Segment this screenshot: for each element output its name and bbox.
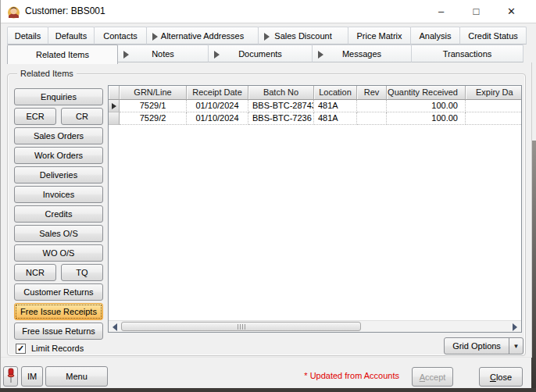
table-row[interactable]: 7529/2 01/10/2024 BBS-BTC-7236 481A 100.…	[109, 112, 521, 125]
enquiries-button[interactable]: Enquiries	[14, 88, 103, 105]
grid-options-button[interactable]: Grid Options	[444, 337, 509, 355]
play-arrow-icon	[152, 33, 158, 41]
groupbox-label: Related Items	[17, 69, 77, 78]
deliveries-button[interactable]: Deliveries	[14, 166, 103, 184]
chevron-down-icon: ▼	[513, 343, 520, 350]
minimize-icon: –	[438, 0, 444, 23]
column-header-grn-line[interactable]: GRN/Line	[120, 86, 187, 100]
desktop-background	[0, 388, 536, 392]
tab-row-secondary: Related Items Notes Documents Messages T…	[7, 45, 523, 62]
cell-quantity-received: 100.00	[387, 100, 466, 112]
close-icon: ✕	[507, 0, 516, 23]
close-button[interactable]: Close	[479, 367, 523, 387]
limit-records-row: ✓ Limit Records	[16, 343, 84, 354]
tab-row-primary: Details Defaults Contacts Alternative Ad…	[7, 27, 526, 45]
cell-location: 481A	[314, 100, 357, 112]
sales-orders-button[interactable]: Sales Orders	[14, 127, 103, 144]
accept-button[interactable]: Accept	[412, 367, 453, 387]
horizontal-scrollbar[interactable]	[109, 320, 521, 332]
tab-credit-status[interactable]: Credit Status	[459, 27, 527, 45]
ecr-button[interactable]: ECR	[14, 108, 56, 125]
cell-batch-no: BBS-BTC-7236	[248, 112, 314, 125]
column-header-rev[interactable]: Rev	[357, 86, 387, 100]
scrollbar-thumb[interactable]	[121, 322, 361, 331]
column-header-quantity-received[interactable]: Quantity Received	[387, 86, 466, 100]
menu-button[interactable]: Menu	[45, 366, 108, 387]
work-orders-button[interactable]: Work Orders	[14, 147, 103, 164]
tab-sales-discount[interactable]: Sales Discount	[258, 27, 348, 45]
customer-avatar-icon	[7, 5, 20, 19]
table-row[interactable]: 7529/1 01/10/2024 BBS-BTC-28743 481A 100…	[109, 100, 521, 112]
scroll-right-icon[interactable]	[510, 323, 520, 331]
tab-alternative-addresses[interactable]: Alternative Addresses	[146, 27, 259, 45]
row-selector-cell[interactable]	[109, 112, 120, 125]
scroll-left-icon[interactable]	[110, 323, 120, 331]
tab-messages[interactable]: Messages	[312, 45, 412, 62]
tab-contacts[interactable]: Contacts	[94, 27, 147, 45]
grid-options-dropdown-button[interactable]: ▼	[509, 337, 523, 355]
column-header-expiry-date[interactable]: Expiry Da	[466, 86, 521, 100]
cell-grn-line: 7529/2	[120, 112, 187, 125]
related-items-page: Related Items Enquiries ECR CR Sales Ord…	[1, 62, 532, 358]
minimize-button[interactable]: –	[423, 0, 459, 23]
status-message: * Updated from Accounts	[304, 371, 399, 380]
titlebar[interactable]: Customer: BBS001 – □ ✕	[1, 0, 536, 23]
close-window-button[interactable]: ✕	[494, 0, 529, 23]
tab-related-items[interactable]: Related Items	[7, 45, 118, 64]
ncr-button[interactable]: NCR	[14, 264, 56, 281]
window-title: Customer: BBS001	[25, 5, 105, 16]
play-arrow-icon	[264, 33, 270, 41]
cell-location: 481A	[314, 112, 357, 125]
credits-button[interactable]: Credits	[14, 205, 103, 223]
related-items-grid[interactable]: GRN/Line Receipt Date Batch No Location …	[108, 85, 522, 333]
tab-defaults[interactable]: Defaults	[48, 27, 95, 45]
maximize-button[interactable]: □	[459, 0, 494, 23]
tab-details[interactable]: Details	[7, 27, 48, 45]
pin-button[interactable]	[3, 366, 18, 387]
column-header-batch-no[interactable]: Batch No	[248, 86, 314, 100]
tab-documents[interactable]: Documents	[208, 45, 313, 62]
scrollbar-grip-icon	[238, 324, 246, 330]
play-arrow-icon	[123, 51, 129, 59]
free-issue-receipts-button[interactable]: Free Issue Receipts	[14, 303, 103, 320]
screen: Customer: BBS001 – □ ✕ Details Defaults …	[0, 0, 536, 392]
free-issue-returns-button[interactable]: Free Issue Returns	[14, 323, 103, 340]
tab-analysis[interactable]: Analysis	[410, 27, 460, 45]
cell-rev	[357, 112, 387, 125]
play-arrow-icon	[214, 51, 220, 59]
wo-os-button[interactable]: WO O/S	[14, 244, 103, 262]
cell-expiry-date	[466, 112, 521, 125]
play-arrow-icon	[318, 51, 323, 59]
grid-corner-cell	[109, 86, 120, 100]
footer-bar: IM Menu * Updated from Accounts Accept C…	[1, 358, 536, 388]
customer-window: Customer: BBS001 – □ ✕ Details Defaults …	[0, 0, 536, 388]
pushpin-icon	[6, 368, 16, 385]
invoices-button[interactable]: Invoices	[14, 186, 103, 203]
related-items-groupbox: Related Items Enquiries ECR CR Sales Ord…	[7, 73, 526, 356]
tab-price-matrix[interactable]: Price Matrix	[348, 27, 411, 45]
column-header-receipt-date[interactable]: Receipt Date	[187, 86, 248, 100]
checkbox-check-icon: ✓	[17, 344, 24, 353]
cell-receipt-date: 01/10/2024	[187, 100, 248, 112]
cell-batch-no: BBS-BTC-28743	[248, 100, 314, 112]
cr-button[interactable]: CR	[61, 108, 103, 125]
im-button[interactable]: IM	[21, 366, 43, 387]
limit-records-checkbox[interactable]: ✓	[16, 344, 26, 354]
cell-rev	[357, 100, 387, 112]
cell-grn-line: 7529/1	[120, 100, 187, 112]
maximize-icon: □	[473, 0, 480, 23]
tab-notes[interactable]: Notes	[117, 45, 209, 62]
tq-button[interactable]: TQ	[61, 264, 103, 281]
customer-returns-button[interactable]: Customer Returns	[14, 283, 103, 301]
grid-body: 7529/1 01/10/2024 BBS-BTC-28743 481A 100…	[109, 100, 521, 125]
tab-transactions[interactable]: Transactions	[411, 45, 523, 62]
cell-quantity-received: 100.00	[387, 112, 466, 125]
grid-header-row: GRN/Line Receipt Date Batch No Location …	[109, 86, 521, 100]
cell-receipt-date: 01/10/2024	[187, 112, 248, 125]
limit-records-label: Limit Records	[31, 344, 84, 353]
current-row-arrow-icon	[112, 103, 116, 109]
row-selector-cell[interactable]	[109, 100, 120, 112]
sales-os-button[interactable]: Sales O/S	[14, 225, 103, 242]
column-header-location[interactable]: Location	[314, 86, 357, 100]
cell-expiry-date	[466, 100, 521, 112]
